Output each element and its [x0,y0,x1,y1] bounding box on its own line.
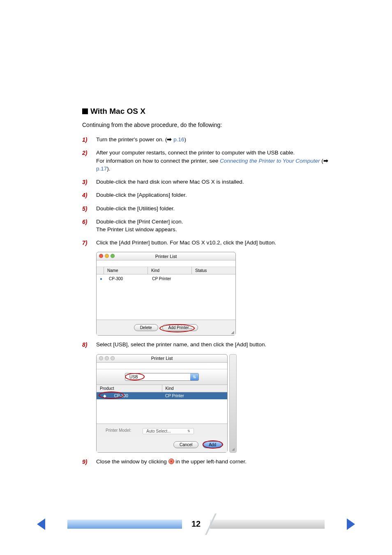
zoom-icon [111,356,115,360]
resize-handle-icon[interactable]: ◢ [231,330,234,334]
window-footer: Delete Add Printer... [97,320,235,335]
minimize-icon[interactable] [105,254,109,258]
step-number: 4) [82,191,96,199]
step-list: 1) Turn the printer's power on. (➡ p.16)… [82,136,330,247]
table-row-selected[interactable]: ◆ CP-300 CP Printer [97,392,227,399]
add-printer-window-screenshot: Printer List USB ⇅ Product Kind ◆ C [96,354,330,453]
step-body: Double-click the hard disk icon where Ma… [96,178,330,186]
toolbar-row [97,363,227,369]
add-button[interactable]: Add [203,441,222,448]
page-number-wrap: 12 [182,519,210,529]
column-headers: Product Kind [97,385,227,392]
page-link[interactable]: p.16 [173,136,184,143]
cancel-button[interactable]: Cancel [173,441,198,448]
list-area [97,283,235,320]
close-window-icon: × [168,458,174,464]
step-body: Double-click the [Utilities] folder. [96,205,330,213]
step-list-end: 9) Close the window by clicking × in the… [82,458,330,466]
arrow-icon: ➡ [167,136,172,143]
col-status[interactable]: Status [192,267,235,274]
step-list-continued: 8) Select [USB], select the printer name… [82,341,330,349]
step-number: 5) [82,205,96,213]
step-8: 8) Select [USB], select the printer name… [82,341,330,349]
step-5: 5) Double-click the [Utilities] folder. [82,205,330,213]
window-title: Printer List [151,356,173,361]
page-footer-nav: 12 [0,512,392,537]
heading-bullet-icon [82,108,88,114]
background-window-edge: ◢ [229,354,237,453]
default-indicator-icon: ● [97,276,106,282]
chevron-updown-icon: ⇅ [187,429,190,433]
step-3: 3) Double-click the hard disk icon where… [82,178,330,186]
step-number: 1) [82,136,96,144]
window-footer: Cancel Add [97,437,227,452]
connection-type-select[interactable]: USB ⇅ [125,373,199,381]
heading-text: With Mac OS X [90,107,145,116]
col-kind[interactable]: Kind [162,385,228,392]
prev-page-button[interactable] [37,518,45,530]
step-7: 7) Click the [Add Printer] button. For M… [82,239,330,247]
toolbar-row [97,260,235,267]
resize-handle-icon: ◢ [232,447,235,451]
window-titlebar: Printer List [97,252,235,260]
step-2: 2) After your computer restarts, connect… [82,149,330,173]
list-area [97,399,227,424]
cell-status [192,276,235,282]
window-titlebar: Printer List [97,355,227,363]
printer-model-row: Printer Model: Auto Select... ⇅ [97,424,227,437]
step-1: 1) Turn the printer's power on. (➡ p.16) [82,136,330,144]
nav-bar-left [67,520,182,529]
step-number: 2) [82,149,96,157]
cell-kind: CP Printer [162,392,227,399]
close-icon[interactable] [99,254,103,258]
col-product[interactable]: Product [97,385,162,392]
close-icon [99,356,103,360]
page-link[interactable]: p.17 [96,166,107,172]
connection-dropdown-bar: USB ⇅ [97,369,227,385]
step-body: After your computer restarts, connect th… [96,149,330,173]
minimize-icon [105,356,109,360]
step-body: Double-click the [Print Center] icon. Th… [96,218,330,234]
step-number: 8) [82,341,96,349]
model-label: Printer Model: [106,428,131,434]
step-number: 9) [82,458,96,466]
cell-product: ◆ CP-300 [97,392,162,399]
nav-bar-right [210,520,325,529]
page-number: 12 [191,519,201,529]
step-body: Close the window by clicking × in the up… [96,458,330,466]
delete-button[interactable]: Delete [134,324,158,331]
step-body: Click the [Add Printer] button. For Mac … [96,239,330,247]
step-body: Select [USB], select the printer name, a… [96,341,330,349]
chevron-updown-icon: ⇅ [190,373,198,380]
table-row[interactable]: ● CP-300 CP Printer [97,274,235,283]
model-value: Auto Select... [146,429,171,433]
step-body: Double-click the [Applications] folder. [96,191,330,199]
step-body: Turn the printer's power on. (➡ p.16) [96,136,330,144]
step-number: 3) [82,178,96,186]
zoom-icon[interactable] [111,254,115,258]
section-heading: With Mac OS X [82,107,330,116]
add-printer-button[interactable]: Add Printer... [162,324,198,331]
step-4: 4) Double-click the [Applications] folde… [82,191,330,199]
col-name[interactable]: Name [104,267,148,274]
step-9: 9) Close the window by clicking × in the… [82,458,330,466]
column-headers: Name Kind Status [97,267,235,274]
printer-list-window-screenshot: Printer List Name Kind Status ● CP-300 C… [96,252,330,336]
step-number: 7) [82,239,96,247]
step-6: 6) Double-click the [Print Center] icon.… [82,218,330,234]
col-marker [97,267,104,274]
intro-paragraph: Continuing from the above procedure, do … [82,122,330,128]
step-number: 6) [82,218,96,226]
window-title: Printer List [155,254,177,259]
col-kind[interactable]: Kind [148,267,192,274]
cell-kind: CP Printer [149,276,192,282]
next-page-button[interactable] [347,518,355,530]
cross-ref-link[interactable]: Connecting the Printer to Your Computer [220,158,320,164]
dropdown-value: USB [125,373,190,380]
arrow-icon: ➡ [323,158,328,164]
cell-name: CP-300 [106,276,149,282]
printer-model-select[interactable]: Auto Select... ⇅ [143,428,194,434]
